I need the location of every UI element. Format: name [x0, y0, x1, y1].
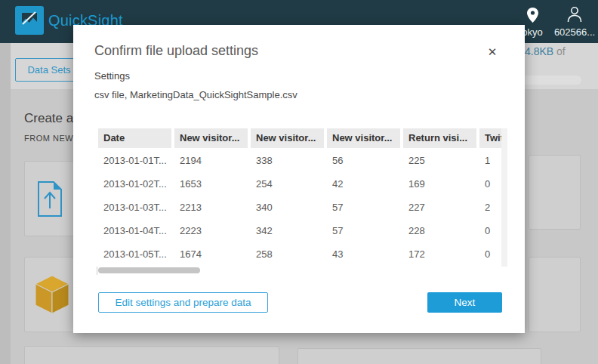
preview-table: DateNew visitor...New visitor...New visi…	[98, 128, 501, 266]
table-cell: 227	[403, 202, 476, 213]
table-cell: 42	[327, 178, 400, 190]
table-cell: 228	[403, 225, 476, 236]
table-cell: 258	[251, 248, 324, 260]
page-subheading: FROM NEW	[24, 134, 73, 143]
table-hscroll-track-cap	[97, 267, 97, 275]
table-cell: 254	[251, 178, 324, 190]
table-cell: 342	[251, 225, 324, 236]
bottom-tile-left[interactable]	[24, 346, 279, 364]
bottom-tile-center[interactable]	[297, 348, 541, 364]
column-header: Twitt	[479, 128, 501, 148]
quicksight-logo-icon[interactable]	[15, 6, 44, 35]
right-tile-bottom[interactable]	[529, 257, 581, 332]
table-cell: 2223	[174, 225, 248, 236]
column-header: New visitor...	[251, 128, 324, 148]
usage-suffix: of	[553, 45, 566, 57]
person-icon	[567, 6, 582, 23]
table-body: 2013-01-01T...21943385622512013-01-02T..…	[98, 149, 501, 266]
table-row: 2013-01-01T...2194338562251	[98, 149, 501, 172]
storage-usage: 4.8KB of	[525, 45, 566, 57]
table-cell: 1	[479, 155, 501, 166]
table-cell: 2194	[174, 155, 248, 166]
confirm-upload-dialog: Confirm file upload settings ✕ Settings …	[73, 25, 525, 333]
usage-amount: 4.8KB	[525, 45, 553, 57]
account-label: 602566...	[553, 26, 596, 38]
table-row: 2013-01-02T...1653254421690	[98, 172, 501, 196]
table-cell: 2013-01-04T...	[98, 225, 171, 236]
right-tile-top[interactable]	[529, 155, 581, 230]
table-cell: 2013-01-03T...	[98, 202, 171, 213]
table-header-row: DateNew visitor...New visitor...New visi…	[98, 128, 501, 148]
left-edge-strip	[0, 43, 11, 364]
table-cell: 1653	[174, 178, 248, 190]
table-row: 2013-01-03T...2213340572272	[98, 196, 501, 219]
location-pin-icon	[527, 8, 538, 23]
table-cell: 2013-01-01T...	[98, 155, 171, 166]
table-cell: 169	[403, 178, 476, 190]
table-row: 2013-01-04T...2223342572280	[98, 219, 501, 242]
table-cell: 225	[403, 155, 476, 166]
table-cell: 0	[479, 248, 501, 260]
table-horizontal-scrollbar[interactable]	[98, 267, 200, 273]
table-cell: 2	[479, 202, 501, 213]
column-header: New visitor...	[174, 128, 248, 148]
quicksight-app: QuickSight okyo 602566... Data Sets 4.8K…	[0, 0, 598, 364]
dialog-title: Confirm file upload settings	[94, 43, 258, 59]
table-cell: 57	[327, 202, 400, 213]
table-cell: 338	[251, 155, 324, 166]
table-cell: 2013-01-05T...	[98, 248, 171, 260]
next-label: Next	[455, 297, 476, 308]
edit-settings-label: Edit settings and prepare data	[115, 297, 251, 308]
settings-label: Settings	[94, 70, 130, 82]
edit-settings-button[interactable]: Edit settings and prepare data	[98, 292, 268, 313]
file-info: csv file, MarketingData_QuickSightSample…	[94, 89, 297, 100]
table-cell: 56	[327, 155, 400, 166]
column-header: Return visi...	[403, 128, 476, 148]
table-cell: 43	[327, 248, 400, 260]
column-header: New visitor...	[327, 128, 400, 148]
close-icon[interactable]: ✕	[483, 43, 501, 61]
table-cell: 57	[327, 225, 400, 236]
table-vertical-scrollbar[interactable]	[501, 128, 507, 267]
account-menu[interactable]: 602566...	[553, 6, 596, 38]
file-upload-icon	[38, 181, 62, 217]
table-cell: 2213	[174, 202, 248, 213]
column-header: Date	[98, 128, 171, 148]
data-sets-label: Data Sets	[27, 64, 70, 76]
table-cell: 0	[479, 178, 501, 190]
table-cell: 0	[479, 225, 501, 236]
table-cell: 172	[403, 248, 476, 260]
next-button[interactable]: Next	[427, 292, 502, 313]
table-row: 2013-01-05T...1674258431720	[98, 242, 501, 266]
table-cell: 2013-01-02T...	[98, 178, 171, 190]
table-cell: 1674	[174, 248, 248, 260]
table-cell: 340	[251, 202, 324, 213]
cube-icon	[35, 275, 69, 314]
